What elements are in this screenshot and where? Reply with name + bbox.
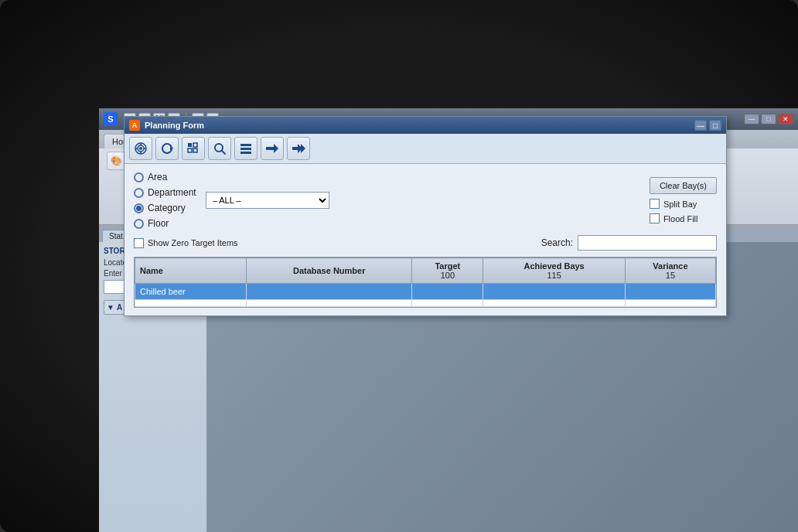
radio-area-circle [134, 172, 144, 182]
col-variance: Variance15 [625, 258, 715, 284]
show-zero-target-checkbox[interactable] [134, 238, 144, 248]
col-database-number: Database Number [247, 258, 412, 284]
planning-form-minimize-button[interactable]: — [694, 120, 707, 131]
search-input[interactable] [578, 235, 717, 251]
section-label: A [117, 303, 122, 312]
radio-floor-label: Floor [148, 218, 169, 229]
planning-form-toolbar [124, 134, 726, 164]
search-row: Search: [541, 235, 717, 251]
radio-department-label: Department [148, 187, 196, 198]
flood-fill-checkbox[interactable] [650, 213, 660, 223]
cell-variance [625, 284, 715, 300]
radio-floor[interactable]: Floor [134, 218, 196, 229]
maximize-button[interactable]: □ [761, 114, 776, 124]
radio-department[interactable]: Department [134, 187, 196, 198]
cell-name: Chilled beer [135, 284, 247, 300]
split-bay-checkbox[interactable] [650, 199, 660, 209]
cell-variance [625, 300, 715, 307]
category-select[interactable]: – ALL – [206, 192, 329, 209]
close-button[interactable]: ✕ [778, 114, 793, 124]
svg-rect-33 [240, 148, 251, 150]
col-name: Name [135, 258, 247, 284]
app-logo: S [104, 112, 118, 126]
radio-area-label: Area [148, 172, 167, 182]
options-row: Area Department Category Floor – ALL – [134, 172, 717, 229]
svg-point-20 [139, 147, 142, 150]
svg-rect-28 [188, 148, 192, 152]
search-label: Search: [541, 237, 573, 248]
minimize-button[interactable]: — [744, 114, 759, 124]
radio-group: Area Department Category Floor [134, 172, 196, 229]
svg-rect-29 [193, 148, 197, 152]
pf-tool-search-icon[interactable] [208, 137, 231, 160]
split-bay-checkbox-row: Split Bay [650, 199, 717, 209]
pf-tool-arrow-right-icon[interactable] [261, 137, 284, 160]
show-zero-target-label: Show Zero Target Items [148, 238, 238, 247]
pf-tool-grid-icon[interactable] [182, 137, 205, 160]
pf-tool-refresh-icon[interactable] [155, 137, 179, 160]
radio-category-circle [134, 203, 144, 213]
expand-icon[interactable]: ▼ [107, 303, 114, 312]
right-buttons: Clear Bay(s) Split Bay Flood Fill [650, 177, 717, 223]
svg-rect-32 [240, 144, 251, 146]
split-bay-label: Split Bay [663, 200, 697, 209]
cell-database-number [247, 300, 412, 307]
svg-rect-26 [188, 143, 192, 147]
cell-target [412, 284, 483, 300]
cell-target [412, 300, 483, 307]
flood-fill-checkbox-row: Flood Fill [650, 213, 717, 223]
radio-category-label: Category [148, 203, 186, 213]
table-row[interactable] [135, 300, 716, 307]
planning-form-window-buttons: — □ [694, 120, 721, 131]
cell-database-number [247, 284, 412, 300]
palette-icon[interactable]: 🎨 [107, 152, 125, 170]
filter-row: Show Zero Target Items Search: [134, 235, 717, 251]
svg-rect-27 [193, 143, 197, 147]
pf-tool-target-icon[interactable] [129, 137, 152, 160]
radio-area[interactable]: Area [134, 172, 196, 182]
svg-marker-39 [301, 144, 305, 153]
pf-tool-forward-icon[interactable] [287, 137, 310, 160]
clear-bay-button[interactable]: Clear Bay(s) [650, 177, 717, 194]
cell-name [135, 300, 247, 307]
radio-category[interactable]: Category [134, 203, 196, 213]
planning-form: A Planning Form — □ [124, 116, 727, 316]
window-controls: — □ ✕ [744, 114, 793, 124]
planning-form-logo: A [129, 120, 140, 131]
col-target: Target100 [412, 258, 483, 284]
flood-fill-label: Flood Fill [663, 214, 698, 223]
pf-tool-list-icon[interactable] [234, 137, 257, 160]
col-achieved-bays: Achieved Bays115 [483, 258, 625, 284]
svg-marker-36 [274, 144, 278, 153]
svg-line-31 [222, 151, 225, 154]
data-table: Name Database Number Target100 Achieved … [135, 257, 716, 307]
show-zero-target-row: Show Zero Target Items [134, 238, 238, 248]
planning-form-titlebar: A Planning Form — □ [124, 117, 726, 134]
cell-achieved [483, 284, 625, 300]
planning-form-content: Area Department Category Floor – ALL – [124, 164, 726, 315]
radio-department-circle [134, 188, 144, 198]
radio-floor-circle [134, 219, 144, 229]
planning-form-maximize-button[interactable]: □ [709, 120, 721, 131]
svg-rect-34 [240, 152, 251, 154]
cell-achieved [483, 300, 625, 307]
planning-form-table: Name Database Number Target100 Achieved … [134, 257, 717, 308]
planning-form-title: Planning Form [145, 121, 204, 130]
table-row[interactable]: Chilled beer [135, 284, 716, 300]
